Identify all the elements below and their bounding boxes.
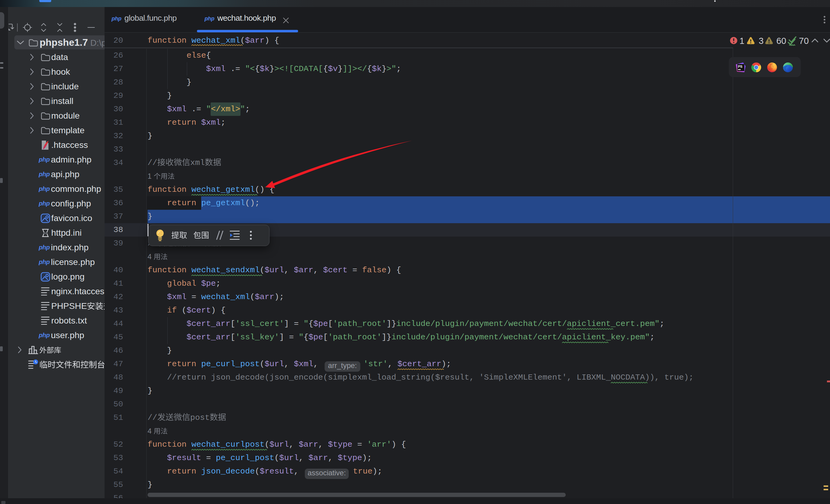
svg-text:PS: PS [738, 65, 742, 68]
